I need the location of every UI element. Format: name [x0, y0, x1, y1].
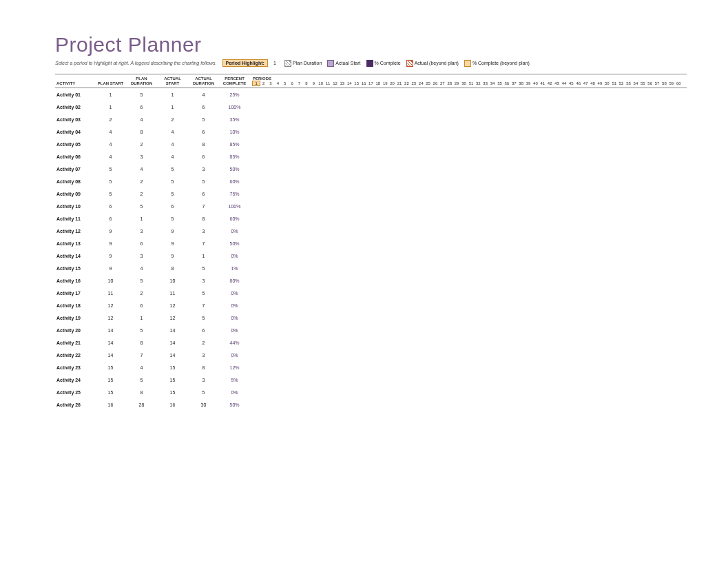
period-tick: 33: [482, 81, 489, 85]
cell-plan-duration: 8: [126, 130, 157, 134]
table-row: Activity 021616100%: [55, 101, 687, 113]
legend-complete-beyond-label: % Complete (beyond plan): [472, 61, 530, 65]
cell-actual-duration: 30: [188, 402, 219, 407]
cell-actual-duration: 2: [188, 340, 219, 345]
period-tick: 30: [460, 81, 467, 85]
cell-activity: Activity 22: [55, 353, 95, 358]
cell-plan-start: 2: [95, 117, 126, 122]
cell-actual-duration: 6: [188, 154, 219, 159]
cell-actual-start: 12: [157, 303, 188, 308]
cell-plan-start: 5: [95, 192, 126, 196]
period-tick: 21: [396, 81, 403, 85]
cell-percent-complete: 100%: [219, 204, 250, 209]
cell-percent-complete: 0%: [219, 353, 250, 358]
cell-plan-duration: 6: [126, 105, 157, 110]
cell-actual-start: 15: [157, 365, 188, 370]
cell-actual-start: 8: [157, 266, 188, 271]
cell-actual-start: 14: [157, 353, 188, 358]
table-row: Activity 06434685%: [55, 150, 687, 163]
cell-actual-duration: 5: [188, 266, 219, 271]
period-tick: 18: [375, 81, 382, 85]
cell-actual-start: 1: [157, 105, 188, 110]
period-tick: 14: [346, 81, 353, 85]
cell-activity: Activity 26: [55, 402, 95, 407]
cell-actual-duration: 4: [188, 92, 219, 97]
cell-plan-start: 12: [95, 303, 126, 308]
table-row: Activity 05424885%: [55, 138, 687, 150]
cell-actual-start: 5: [157, 192, 188, 196]
cell-activity: Activity 03: [55, 117, 95, 122]
table-header-row: ACTIVITY PLAN START PLAN DURATION ACTUAL…: [55, 74, 687, 88]
cell-plan-duration: 4: [126, 365, 157, 370]
period-tick: 42: [546, 81, 553, 85]
legend-plan-duration: Plan Duration: [284, 60, 322, 67]
cell-plan-start: 16: [95, 402, 126, 407]
period-tick: 31: [468, 81, 475, 85]
legend-actual-start: Actual Start: [327, 60, 360, 67]
cell-actual-start: 6: [157, 204, 188, 209]
cell-actual-start: 1: [157, 92, 188, 97]
period-tick: 26: [432, 81, 439, 85]
period-tick: 3: [267, 81, 274, 85]
cell-plan-start: 6: [95, 204, 126, 209]
cell-plan-start: 9: [95, 241, 126, 246]
cell-percent-complete: 25%: [219, 92, 250, 97]
cell-plan-duration: 2: [126, 192, 157, 196]
cell-activity: Activity 13: [55, 241, 95, 246]
cell-percent-complete: 100%: [219, 105, 250, 110]
period-tick: 16: [360, 81, 367, 85]
period-tick: 25: [424, 81, 431, 85]
cell-actual-duration: 7: [188, 303, 219, 308]
cell-plan-start: 15: [95, 378, 126, 382]
cell-percent-complete: 50%: [219, 241, 250, 246]
cell-plan-duration: 5: [126, 378, 157, 382]
legend-complete-beyond: % Complete (beyond plan): [464, 60, 530, 67]
table-row: Activity 13969750%: [55, 237, 687, 249]
cell-plan-start: 9: [95, 254, 126, 258]
cell-activity: Activity 23: [55, 365, 95, 370]
period-tick: 40: [532, 81, 539, 85]
period-tick: 51: [611, 81, 618, 85]
cell-actual-start: 12: [157, 316, 188, 320]
cell-actual-duration: 8: [188, 142, 219, 147]
cell-actual-duration: 7: [188, 204, 219, 209]
period-highlight-value[interactable]: 1: [271, 60, 279, 66]
cell-activity: Activity 11: [55, 216, 95, 221]
cell-activity: Activity 25: [55, 390, 95, 395]
cell-actual-start: 10: [157, 278, 188, 283]
cell-plan-duration: 4: [126, 266, 157, 271]
cell-actual-start: 15: [157, 390, 188, 395]
cell-plan-duration: 8: [126, 390, 157, 395]
cell-actual-start: 5: [157, 179, 188, 184]
period-tick: 27: [439, 81, 446, 85]
cell-plan-start: 15: [95, 390, 126, 395]
cell-actual-duration: 6: [188, 130, 219, 134]
cell-plan-duration: 2: [126, 142, 157, 147]
cell-percent-complete: 60%: [219, 179, 250, 184]
cell-plan-start: 14: [95, 353, 126, 358]
actual-start-icon: [327, 60, 334, 67]
col-periods: PERIODS 12345678910111213141516171819202…: [250, 76, 687, 85]
period-tick: 38: [517, 81, 524, 85]
cell-plan-duration: 6: [126, 241, 157, 246]
cell-actual-duration: 1: [188, 254, 219, 258]
period-tick: 52: [618, 81, 625, 85]
cell-plan-duration: 2: [126, 179, 157, 184]
cell-actual-duration: 5: [188, 291, 219, 296]
cell-actual-duration: 6: [188, 328, 219, 333]
table-row: Activity 07545350%: [55, 163, 687, 175]
cell-plan-duration: 4: [126, 117, 157, 122]
period-highlight-control[interactable]: Period Highlight: 1: [222, 59, 279, 67]
cell-percent-complete: 10%: [219, 130, 250, 134]
cell-activity: Activity 07: [55, 167, 95, 172]
cell-plan-duration: 5: [126, 278, 157, 283]
cell-plan-start: 11: [95, 291, 126, 296]
cell-plan-duration: 1: [126, 316, 157, 320]
cell-plan-duration: 8: [126, 340, 157, 345]
cell-actual-start: 9: [157, 229, 188, 234]
cell-activity: Activity 01: [55, 92, 95, 97]
cell-percent-complete: 0%: [219, 229, 250, 234]
cell-plan-start: 5: [95, 179, 126, 184]
period-tick: 46: [575, 81, 582, 85]
period-tick: 20: [388, 81, 395, 85]
